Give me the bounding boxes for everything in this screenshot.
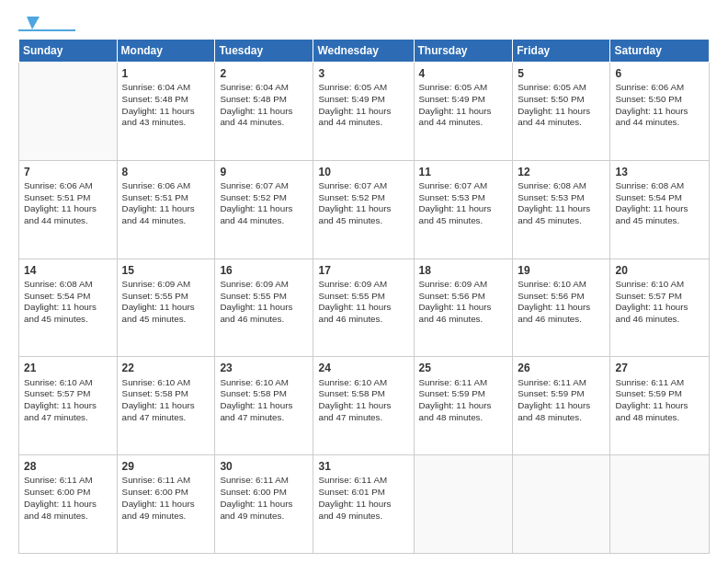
day-number: 13 <box>615 165 704 179</box>
weekday-friday: Friday <box>513 40 610 63</box>
day-info: Sunrise: 6:11 AMSunset: 5:59 PMDaylight:… <box>615 377 704 424</box>
day-number: 5 <box>518 66 605 81</box>
day-info: Sunrise: 6:07 AMSunset: 5:53 PMDaylight:… <box>419 180 508 227</box>
day-info: Sunrise: 6:04 AMSunset: 5:48 PMDaylight:… <box>220 82 308 129</box>
day-number: 12 <box>518 165 605 179</box>
day-number: 9 <box>220 165 308 179</box>
day-info: Sunrise: 6:08 AMSunset: 5:54 PMDaylight:… <box>615 180 704 227</box>
day-cell: 12Sunrise: 6:08 AMSunset: 5:53 PMDayligh… <box>513 160 610 259</box>
day-cell: 7Sunrise: 6:06 AMSunset: 5:51 PMDaylight… <box>19 160 118 259</box>
day-cell: 2Sunrise: 6:04 AMSunset: 5:48 PMDaylight… <box>215 63 313 161</box>
day-number: 8 <box>122 165 210 179</box>
week-row-4: 21Sunrise: 6:10 AMSunset: 5:57 PMDayligh… <box>19 357 710 455</box>
calendar-table: SundayMondayTuesdayWednesdayThursdayFrid… <box>18 39 710 554</box>
day-info: Sunrise: 6:09 AMSunset: 5:55 PMDaylight:… <box>318 279 408 326</box>
day-info: Sunrise: 6:10 AMSunset: 5:57 PMDaylight:… <box>24 377 112 424</box>
week-row-2: 7Sunrise: 6:06 AMSunset: 5:51 PMDaylight… <box>19 160 710 259</box>
day-info: Sunrise: 6:08 AMSunset: 5:54 PMDaylight:… <box>24 279 112 326</box>
day-info: Sunrise: 6:10 AMSunset: 5:58 PMDaylight:… <box>220 377 308 424</box>
day-info: Sunrise: 6:09 AMSunset: 5:55 PMDaylight:… <box>220 279 308 326</box>
weekday-header-row: SundayMondayTuesdayWednesdayThursdayFrid… <box>19 40 710 63</box>
day-number: 20 <box>615 263 704 278</box>
day-cell: 10Sunrise: 6:07 AMSunset: 5:52 PMDayligh… <box>313 160 414 259</box>
day-cell: 4Sunrise: 6:05 AMSunset: 5:49 PMDaylight… <box>414 63 513 161</box>
svg-marker-0 <box>27 17 40 29</box>
day-number: 30 <box>220 459 308 474</box>
logo <box>18 15 75 31</box>
day-cell: 29Sunrise: 6:11 AMSunset: 6:00 PMDayligh… <box>117 455 215 554</box>
day-number: 4 <box>419 66 508 81</box>
day-cell: 11Sunrise: 6:07 AMSunset: 5:53 PMDayligh… <box>414 160 513 259</box>
day-number: 10 <box>318 165 408 179</box>
week-row-1: 1Sunrise: 6:04 AMSunset: 5:48 PMDaylight… <box>19 63 710 161</box>
day-info: Sunrise: 6:11 AMSunset: 5:59 PMDaylight:… <box>419 377 508 424</box>
day-info: Sunrise: 6:07 AMSunset: 5:52 PMDaylight:… <box>220 180 308 227</box>
day-cell: 9Sunrise: 6:07 AMSunset: 5:52 PMDaylight… <box>215 160 313 259</box>
day-cell: 16Sunrise: 6:09 AMSunset: 5:55 PMDayligh… <box>215 259 313 357</box>
day-cell: 15Sunrise: 6:09 AMSunset: 5:55 PMDayligh… <box>117 259 215 357</box>
day-number: 11 <box>419 165 508 179</box>
day-number: 18 <box>419 263 508 278</box>
page: SundayMondayTuesdayWednesdayThursdayFrid… <box>0 0 728 563</box>
day-info: Sunrise: 6:04 AMSunset: 5:48 PMDaylight:… <box>122 82 210 129</box>
day-cell: 17Sunrise: 6:09 AMSunset: 5:55 PMDayligh… <box>313 259 414 357</box>
weekday-thursday: Thursday <box>414 40 513 63</box>
day-info: Sunrise: 6:08 AMSunset: 5:53 PMDaylight:… <box>518 180 605 227</box>
day-info: Sunrise: 6:10 AMSunset: 5:58 PMDaylight:… <box>318 377 408 424</box>
day-number: 24 <box>318 361 408 375</box>
weekday-sunday: Sunday <box>19 40 118 63</box>
day-cell: 30Sunrise: 6:11 AMSunset: 6:00 PMDayligh… <box>215 455 313 554</box>
day-cell: 13Sunrise: 6:08 AMSunset: 5:54 PMDayligh… <box>610 160 710 259</box>
day-number: 21 <box>24 361 112 375</box>
day-info: Sunrise: 6:11 AMSunset: 6:00 PMDaylight:… <box>24 475 112 522</box>
day-cell: 26Sunrise: 6:11 AMSunset: 5:59 PMDayligh… <box>513 357 610 455</box>
day-cell <box>610 455 710 554</box>
logo-underline <box>18 29 75 31</box>
day-cell: 31Sunrise: 6:11 AMSunset: 6:01 PMDayligh… <box>313 455 414 554</box>
day-cell: 27Sunrise: 6:11 AMSunset: 5:59 PMDayligh… <box>610 357 710 455</box>
week-row-3: 14Sunrise: 6:08 AMSunset: 5:54 PMDayligh… <box>19 259 710 357</box>
day-cell: 5Sunrise: 6:05 AMSunset: 5:50 PMDaylight… <box>513 63 610 161</box>
day-cell: 21Sunrise: 6:10 AMSunset: 5:57 PMDayligh… <box>19 357 118 455</box>
day-info: Sunrise: 6:05 AMSunset: 5:49 PMDaylight:… <box>318 82 408 129</box>
day-number: 22 <box>122 361 210 375</box>
day-number: 1 <box>122 66 210 81</box>
day-cell: 6Sunrise: 6:06 AMSunset: 5:50 PMDaylight… <box>610 63 710 161</box>
day-cell: 20Sunrise: 6:10 AMSunset: 5:57 PMDayligh… <box>610 259 710 357</box>
day-cell <box>414 455 513 554</box>
day-cell <box>19 63 118 161</box>
day-number: 17 <box>318 263 408 278</box>
day-number: 27 <box>615 361 704 375</box>
day-info: Sunrise: 6:09 AMSunset: 5:56 PMDaylight:… <box>419 279 508 326</box>
weekday-tuesday: Tuesday <box>215 40 313 63</box>
day-cell: 28Sunrise: 6:11 AMSunset: 6:00 PMDayligh… <box>19 455 118 554</box>
day-number: 26 <box>518 361 605 375</box>
day-cell: 19Sunrise: 6:10 AMSunset: 5:56 PMDayligh… <box>513 259 610 357</box>
day-cell <box>513 455 610 554</box>
day-info: Sunrise: 6:09 AMSunset: 5:55 PMDaylight:… <box>122 279 210 326</box>
weekday-wednesday: Wednesday <box>313 40 414 63</box>
day-info: Sunrise: 6:10 AMSunset: 5:58 PMDaylight:… <box>122 377 210 424</box>
day-info: Sunrise: 6:05 AMSunset: 5:49 PMDaylight:… <box>419 82 508 129</box>
day-info: Sunrise: 6:07 AMSunset: 5:52 PMDaylight:… <box>318 180 408 227</box>
day-info: Sunrise: 6:10 AMSunset: 5:57 PMDaylight:… <box>615 279 704 326</box>
day-info: Sunrise: 6:11 AMSunset: 6:01 PMDaylight:… <box>318 475 408 522</box>
day-number: 14 <box>24 263 112 278</box>
day-cell: 3Sunrise: 6:05 AMSunset: 5:49 PMDaylight… <box>313 63 414 161</box>
weekday-monday: Monday <box>117 40 215 63</box>
day-number: 19 <box>518 263 605 278</box>
day-info: Sunrise: 6:05 AMSunset: 5:50 PMDaylight:… <box>518 82 605 129</box>
day-number: 3 <box>318 66 408 81</box>
week-row-5: 28Sunrise: 6:11 AMSunset: 6:00 PMDayligh… <box>19 455 710 554</box>
day-cell: 1Sunrise: 6:04 AMSunset: 5:48 PMDaylight… <box>117 63 215 161</box>
day-info: Sunrise: 6:06 AMSunset: 5:50 PMDaylight:… <box>615 82 704 129</box>
day-number: 25 <box>419 361 508 375</box>
day-info: Sunrise: 6:06 AMSunset: 5:51 PMDaylight:… <box>24 180 112 227</box>
day-cell: 25Sunrise: 6:11 AMSunset: 5:59 PMDayligh… <box>414 357 513 455</box>
day-info: Sunrise: 6:11 AMSunset: 6:00 PMDaylight:… <box>220 475 308 522</box>
day-cell: 8Sunrise: 6:06 AMSunset: 5:51 PMDaylight… <box>117 160 215 259</box>
day-cell: 23Sunrise: 6:10 AMSunset: 5:58 PMDayligh… <box>215 357 313 455</box>
day-number: 6 <box>615 66 704 81</box>
day-info: Sunrise: 6:10 AMSunset: 5:56 PMDaylight:… <box>518 279 605 326</box>
day-cell: 24Sunrise: 6:10 AMSunset: 5:58 PMDayligh… <box>313 357 414 455</box>
